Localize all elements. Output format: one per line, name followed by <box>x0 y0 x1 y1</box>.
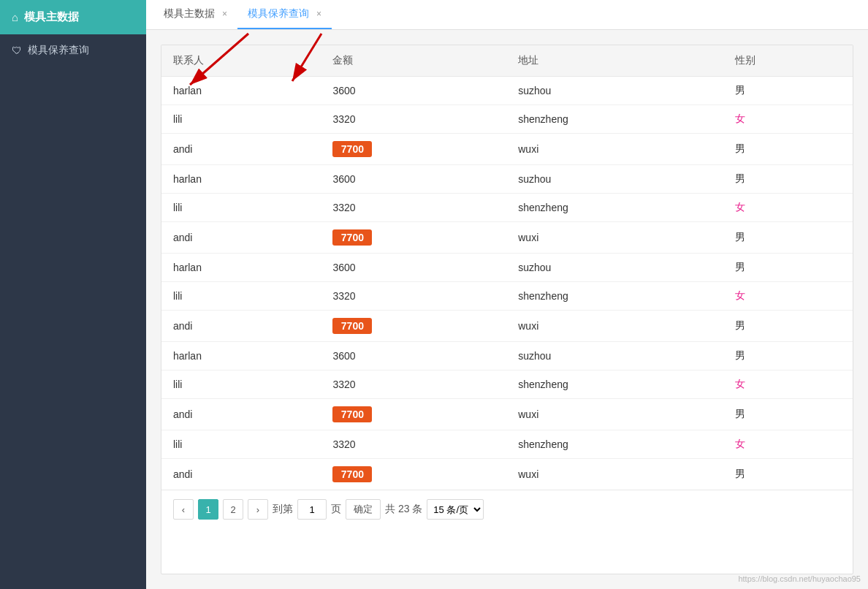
cell-gender: 女 <box>723 430 853 459</box>
col-header-address: 地址 <box>506 45 723 77</box>
cell-amount: 7700 <box>321 459 506 490</box>
cell-name: andi <box>161 222 321 254</box>
tab-mold-data-label: 模具主数据 <box>164 7 215 20</box>
cell-gender: 男 <box>723 459 853 490</box>
tab-maintenance-label: 模具保养查询 <box>248 7 309 20</box>
table-row: lili3320shenzheng女 <box>161 194 853 222</box>
watermark: https://blog.csdn.net/huyaochao95 <box>738 574 861 583</box>
cell-name: harlan <box>161 77 321 105</box>
cell-name: andi <box>161 399 321 430</box>
col-header-name: 联系人 <box>161 45 321 77</box>
cell-amount: 3320 <box>321 105 506 134</box>
table-row: harlan3600suzhou男 <box>161 254 853 282</box>
cell-name: lili <box>161 282 321 311</box>
sidebar-item-label: 模具保养查询 <box>28 44 89 57</box>
cell-address: shenzheng <box>506 194 723 222</box>
cell-amount: 3320 <box>321 430 506 459</box>
cell-name: andi <box>161 459 321 490</box>
table-row: harlan3600suzhou男 <box>161 77 853 105</box>
page-unit: 页 <box>331 503 341 516</box>
sidebar-item-maintenance[interactable]: 🛡 模具保养查询 <box>0 34 146 66</box>
tab-bar: 模具主数据 × 模具保养查询 × <box>146 0 868 30</box>
pagination-bar: ‹ 1 2 › 到第 页 确定 共 23 条 15 条/页 20 条/页 50 … <box>161 490 853 528</box>
page-1-button[interactable]: 1 <box>198 499 218 520</box>
table-row: andi7700wuxi男 <box>161 222 853 254</box>
cell-address: suzhou <box>506 254 723 282</box>
cell-gender: 男 <box>723 342 853 370</box>
goto-label: 到第 <box>273 503 293 516</box>
per-page-select[interactable]: 15 条/页 20 条/页 50 条/页 <box>427 499 484 520</box>
tab-mold-data[interactable]: 模具主数据 × <box>153 0 237 29</box>
cell-amount: 3600 <box>321 77 506 105</box>
cell-name: lili <box>161 430 321 459</box>
cell-address: shenzheng <box>506 282 723 311</box>
content-area: 联系人 金额 地址 性别 harlan3600suzhou男lili3320sh… <box>146 30 868 589</box>
tab-maintenance-close[interactable]: × <box>316 9 321 19</box>
table-row: lili3320shenzheng女 <box>161 370 853 399</box>
sidebar: ⌂ 模具主数据 🛡 模具保养查询 <box>0 0 146 589</box>
cell-address: wuxi <box>506 222 723 254</box>
cell-gender: 男 <box>723 399 853 430</box>
table-row: andi7700wuxi男 <box>161 399 853 430</box>
tab-maintenance[interactable]: 模具保养查询 × <box>237 0 332 29</box>
cell-amount: 7700 <box>321 311 506 342</box>
table-row: andi7700wuxi男 <box>161 134 853 165</box>
table-row: harlan3600suzhou男 <box>161 342 853 370</box>
tab-mold-data-close[interactable]: × <box>222 9 227 19</box>
cell-name: lili <box>161 105 321 134</box>
cell-address: suzhou <box>506 77 723 105</box>
cell-gender: 女 <box>723 370 853 399</box>
cell-name: lili <box>161 370 321 399</box>
page-confirm-button[interactable]: 确定 <box>346 499 381 520</box>
cell-address: shenzheng <box>506 430 723 459</box>
cell-name: harlan <box>161 342 321 370</box>
cell-gender: 男 <box>723 165 853 194</box>
cell-amount: 3320 <box>321 282 506 311</box>
cell-amount: 3600 <box>321 342 506 370</box>
next-page-button[interactable]: › <box>248 499 268 520</box>
table-row: lili3320shenzheng女 <box>161 105 853 134</box>
cell-gender: 男 <box>723 134 853 165</box>
cell-address: wuxi <box>506 134 723 165</box>
cell-address: shenzheng <box>506 105 723 134</box>
total-count: 共 23 条 <box>385 503 422 516</box>
shield-icon: 🛡 <box>12 45 22 56</box>
cell-gender: 男 <box>723 77 853 105</box>
cell-amount: 3320 <box>321 370 506 399</box>
cell-name: lili <box>161 194 321 222</box>
page-input[interactable] <box>297 499 327 520</box>
cell-gender: 女 <box>723 194 853 222</box>
table-header-row: 联系人 金额 地址 性别 <box>161 45 853 77</box>
cell-address: wuxi <box>506 459 723 490</box>
cell-amount: 7700 <box>321 222 506 254</box>
main-content: 模具主数据 × 模具保养查询 × <box>146 0 868 589</box>
home-icon: ⌂ <box>12 11 18 23</box>
prev-page-button[interactable]: ‹ <box>173 499 194 520</box>
cell-amount: 3600 <box>321 165 506 194</box>
table-row: lili3320shenzheng女 <box>161 282 853 311</box>
col-header-gender: 性别 <box>723 45 853 77</box>
data-table: 联系人 金额 地址 性别 harlan3600suzhou男lili3320sh… <box>161 45 853 490</box>
table-row: andi7700wuxi男 <box>161 311 853 342</box>
cell-name: andi <box>161 311 321 342</box>
cell-name: harlan <box>161 254 321 282</box>
cell-address: wuxi <box>506 399 723 430</box>
cell-address: suzhou <box>506 165 723 194</box>
cell-amount: 3600 <box>321 254 506 282</box>
sidebar-header[interactable]: ⌂ 模具主数据 <box>0 0 146 34</box>
page-2-button[interactable]: 2 <box>223 499 243 520</box>
cell-name: harlan <box>161 165 321 194</box>
table-row: lili3320shenzheng女 <box>161 430 853 459</box>
cell-amount: 7700 <box>321 134 506 165</box>
cell-gender: 男 <box>723 311 853 342</box>
cell-gender: 女 <box>723 282 853 311</box>
cell-address: wuxi <box>506 311 723 342</box>
cell-amount: 7700 <box>321 399 506 430</box>
table-row: andi7700wuxi男 <box>161 459 853 490</box>
sidebar-header-label: 模具主数据 <box>24 10 79 24</box>
cell-amount: 3320 <box>321 194 506 222</box>
cell-address: suzhou <box>506 342 723 370</box>
cell-gender: 男 <box>723 254 853 282</box>
table-row: harlan3600suzhou男 <box>161 165 853 194</box>
cell-address: shenzheng <box>506 370 723 399</box>
